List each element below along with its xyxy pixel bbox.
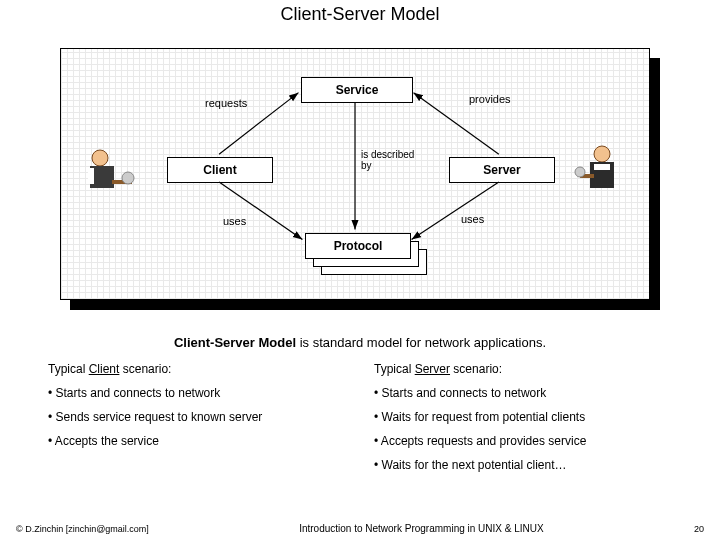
- svg-rect-2: [88, 168, 94, 184]
- body-text: Client-Server Model is standard model fo…: [0, 335, 720, 482]
- server-bullet-3: • Accepts requests and provides service: [374, 434, 672, 448]
- client-scenario-heading: Typical Client scenario:: [48, 362, 346, 376]
- client-heading-post: scenario:: [119, 362, 171, 376]
- svg-point-5: [594, 146, 610, 162]
- footer-center: Introduction to Network Programming in U…: [149, 523, 694, 534]
- client-clipart: [73, 137, 143, 207]
- client-heading-underline: Client: [89, 362, 120, 376]
- server-bullet-2: • Waits for request from potential clien…: [374, 410, 672, 424]
- client-scenario-col: Typical Client scenario: • Starts and co…: [48, 362, 346, 482]
- server-box: Server: [449, 157, 555, 183]
- footer-left: © D.Zinchin [zinchin@gmail.com]: [16, 524, 149, 534]
- diagram-panel: Service requests provides Client is desc…: [60, 48, 650, 300]
- server-bullet-1: • Starts and connects to network: [374, 386, 672, 400]
- server-scenario-heading: Typical Server scenario:: [374, 362, 672, 376]
- svg-rect-7: [594, 164, 610, 170]
- server-heading-pre: Typical: [374, 362, 415, 376]
- described-label: is described by: [361, 149, 441, 171]
- intro-rest: is standard model for network applicatio…: [296, 335, 546, 350]
- server-clipart: [567, 135, 637, 205]
- intro-line: Client-Server Model is standard model fo…: [48, 335, 672, 350]
- svg-point-9: [575, 167, 585, 177]
- footer-page-number: 20: [694, 524, 704, 534]
- service-box: Service: [301, 77, 413, 103]
- server-scenario-col: Typical Server scenario: • Starts and co…: [374, 362, 672, 482]
- svg-point-0: [92, 150, 108, 166]
- uses-right-label: uses: [461, 213, 484, 225]
- diagram-container: Service requests provides Client is desc…: [60, 48, 660, 310]
- client-bullet-1: • Starts and connects to network: [48, 386, 346, 400]
- slide-footer: © D.Zinchin [zinchin@gmail.com] Introduc…: [0, 523, 720, 534]
- server-bullet-4: • Waits for the next potential client…: [374, 458, 672, 472]
- svg-line-14: [412, 182, 499, 240]
- slide-title: Client-Server Model: [0, 0, 720, 25]
- client-box: Client: [167, 157, 273, 183]
- uses-left-label: uses: [223, 215, 246, 227]
- svg-point-4: [122, 172, 134, 184]
- client-bullet-2: • Sends service request to known server: [48, 410, 346, 424]
- protocol-box: Protocol: [305, 233, 411, 259]
- client-heading-pre: Typical: [48, 362, 89, 376]
- provides-label: provides: [469, 93, 511, 105]
- svg-line-13: [219, 182, 302, 240]
- requests-label: requests: [205, 97, 247, 109]
- server-heading-post: scenario:: [450, 362, 502, 376]
- intro-bold: Client-Server Model: [174, 335, 296, 350]
- client-bullet-3: • Accepts the service: [48, 434, 346, 448]
- server-heading-underline: Server: [415, 362, 450, 376]
